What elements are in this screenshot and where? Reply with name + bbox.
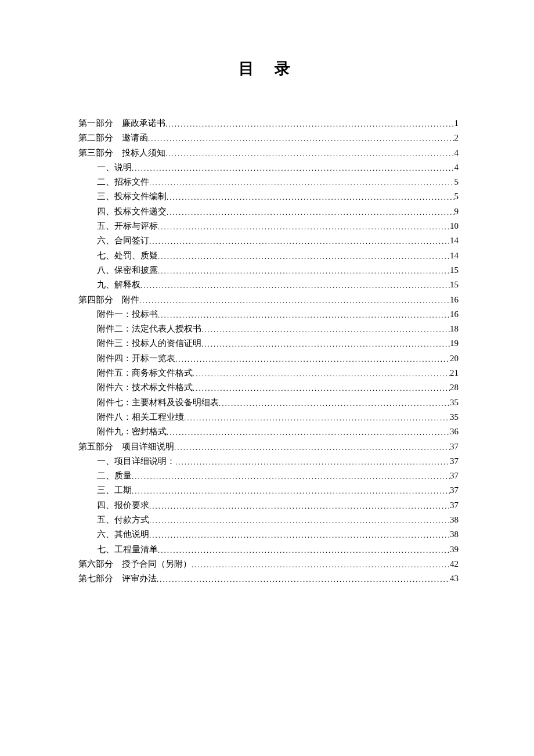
toc-entry-page: 14	[450, 233, 459, 247]
toc-entry-label: 一、项目详细说明：	[97, 454, 175, 468]
toc-leader-dots	[132, 470, 450, 484]
toc-entry-label: 三、投标文件编制	[97, 189, 167, 203]
toc-entry: 附件三：投标人的资信证明19	[78, 336, 459, 351]
toc-entry-label: 二、招标文件	[97, 175, 149, 189]
toc-leader-dots	[193, 367, 450, 381]
toc-entry-label: 七、工程量清单	[97, 542, 158, 556]
toc-leader-dots	[192, 558, 450, 572]
toc-entry-page: 10	[450, 219, 459, 233]
toc-entry-page: 36	[450, 424, 459, 438]
toc-entry: 六、其他说明38	[78, 527, 459, 542]
toc-entry-page: 39	[450, 542, 459, 556]
toc-entry-label: 五、付款方式	[97, 513, 149, 527]
toc-entry: 七、处罚、质疑14	[78, 249, 459, 263]
toc-entry-label: 第五部分 项目详细说明	[78, 440, 174, 453]
toc-entry-label: 附件四：开标一览表	[97, 351, 175, 365]
toc-entry-label: 五、开标与评标	[97, 219, 158, 233]
toc-entry: 第一部分 廉政承诺书1	[78, 116, 459, 131]
toc-leader-dots	[158, 264, 450, 278]
toc-entry-page: 18	[450, 322, 459, 336]
toc-entry: 第二部分 邀请函2	[78, 131, 459, 145]
toc-entry-label: 附件九：密封格式	[97, 424, 167, 438]
toc-entry-page: 37	[450, 440, 459, 453]
toc-entry: 第七部分 评审办法43	[78, 571, 459, 586]
toc-entry-label: 第三部分 投标人须知	[78, 146, 165, 160]
toc-leader-dots	[139, 294, 450, 308]
toc-leader-dots	[165, 117, 454, 131]
toc-leader-dots	[174, 441, 450, 455]
toc-entry-page: 4	[454, 146, 459, 160]
toc-entry-label: 附件七：主要材料及设备明细表	[97, 395, 219, 409]
toc-entry-page: 37	[450, 483, 459, 497]
toc-entry-page: 15	[450, 263, 459, 277]
toc-entry-label: 第二部分 邀请函	[78, 131, 148, 145]
toc-leader-dots	[148, 132, 454, 146]
toc-entry-page: 38	[450, 527, 459, 541]
toc-entry-page: 35	[450, 410, 459, 424]
toc-leader-dots	[157, 573, 450, 586]
toc-entry-label: 六、其他说明	[97, 527, 149, 541]
toc-entry: 第六部分 授予合同（另附）42	[78, 557, 459, 571]
toc-entry: 三、投标文件编制5	[78, 189, 459, 204]
toc-entry: 五、付款方式38	[78, 513, 459, 527]
toc-entry: 附件六：技术标文件格式28	[78, 380, 459, 395]
toc-entry-label: 第六部分 授予合同（另附）	[78, 557, 192, 571]
toc-entry: 七、工程量清单39	[78, 542, 459, 557]
toc-leader-dots	[149, 528, 450, 542]
toc-entry: 四、投标文件递交9	[78, 204, 459, 219]
toc-leader-dots	[219, 397, 450, 411]
toc-entry-page: 28	[450, 380, 459, 394]
toc-entry: 二、招标文件5	[78, 175, 459, 189]
toc-entry: 附件五：商务标文件格式21	[78, 366, 459, 380]
toc-entry-page: 20	[450, 351, 459, 365]
toc-leader-dots	[201, 323, 450, 337]
toc-entry-page: 21	[450, 366, 459, 380]
toc-entry-page: 5	[454, 175, 459, 189]
toc-entry-label: 附件八：相关工程业绩	[97, 410, 184, 424]
toc-entry: 附件一：投标书16	[78, 307, 459, 322]
toc-entry-label: 附件一：投标书	[97, 307, 158, 321]
toc-entry: 附件七：主要材料及设备明细表35	[78, 395, 459, 410]
toc-leader-dots	[158, 543, 450, 557]
toc-entry-label: 附件三：投标人的资信证明	[97, 336, 201, 350]
toc-leader-dots	[132, 161, 454, 175]
toc-entry: 第五部分 项目详细说明37	[78, 440, 459, 454]
toc-entry-page: 35	[450, 395, 459, 409]
toc-entry-label: 附件二：法定代表人授权书	[97, 322, 201, 336]
toc-entry: 附件二：法定代表人授权书18	[78, 322, 459, 336]
toc-entry-label: 第一部分 廉政承诺书	[78, 116, 165, 130]
toc-entry-page: 15	[450, 278, 459, 291]
toc-leader-dots	[167, 206, 454, 219]
toc-entry-page: 37	[450, 469, 459, 483]
toc-entry-label: 四、投标文件递交	[97, 204, 167, 218]
toc-entry-label: 六、合同签订	[97, 233, 149, 247]
toc-leader-dots	[158, 250, 450, 264]
toc-leader-dots	[201, 337, 450, 351]
toc-entry-page: 43	[450, 571, 459, 585]
toc-entry: 附件八：相关工程业绩35	[78, 410, 459, 424]
toc-leader-dots	[167, 426, 450, 440]
toc-entry-page: 5	[454, 189, 459, 203]
toc-entry-label: 四、报价要求	[97, 498, 149, 512]
toc-entry: 附件四：开标一览表20	[78, 351, 459, 366]
toc-entry-page: 9	[454, 204, 459, 218]
toc-entry-page: 2	[454, 131, 459, 145]
toc-entry-page: 38	[450, 513, 459, 527]
toc-entry-page: 16	[450, 293, 459, 307]
toc-entry-label: 第七部分 评审办法	[78, 571, 157, 585]
toc-entry: 第三部分 投标人须知4	[78, 146, 459, 160]
toc-entry-label: 七、处罚、质疑	[97, 249, 158, 262]
toc-leader-dots	[140, 279, 450, 293]
toc-leader-dots	[149, 176, 454, 190]
toc-leader-dots	[132, 484, 450, 498]
toc-entry-page: 16	[450, 307, 459, 321]
toc-leader-dots	[175, 455, 450, 469]
toc-leader-dots	[149, 514, 450, 528]
toc-leader-dots	[193, 381, 450, 395]
toc-entry: 九、解释权15	[78, 278, 459, 292]
toc-entry-label: 第四部分 附件	[78, 293, 139, 307]
toc-entry-label: 九、解释权	[97, 278, 140, 291]
toc-leader-dots	[167, 190, 454, 204]
toc-list: 第一部分 廉政承诺书1第二部分 邀请函2第三部分 投标人须知4一、说明4二、招标…	[78, 116, 459, 586]
toc-leader-dots	[149, 235, 450, 249]
